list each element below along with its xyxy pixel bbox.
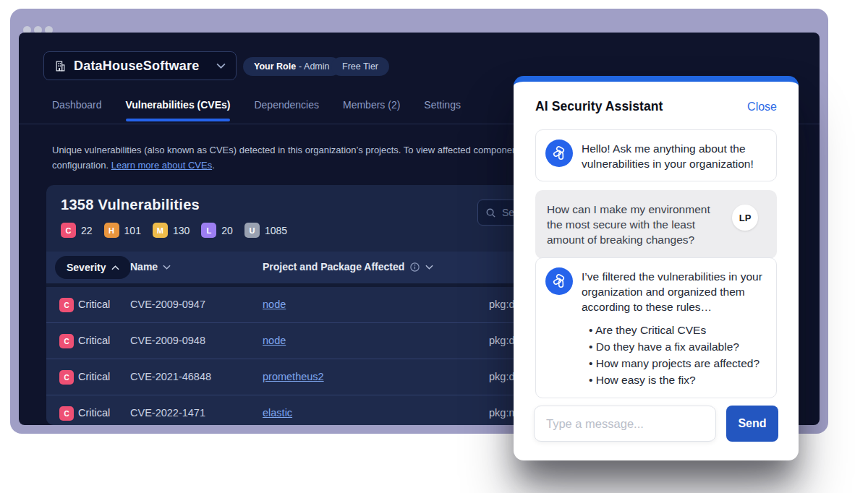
column-header-severity[interactable]: Severity (55, 256, 131, 279)
assistant-logo-icon (551, 145, 567, 161)
severity-summary-medium: M 130 (153, 223, 190, 238)
cve-cell: CVE-2009-0948 (130, 335, 205, 346)
role-value: - Admin (299, 61, 329, 72)
tab-dashboard[interactable]: Dashboard (52, 99, 102, 121)
ai-assistant-title: AI Security Assistant (535, 99, 663, 114)
severity-cell: Critical (78, 335, 110, 346)
tab-bar: Dashboard Vulnerabilities (CVEs) Depende… (52, 99, 461, 121)
description-line1: Unique vulnerabilities (also known as CV… (52, 142, 515, 158)
severity-summary-high: H 101 (104, 223, 141, 238)
bot-avatar (545, 140, 573, 167)
severity-badge-high: H (104, 223, 119, 238)
severity-cell: Critical (78, 371, 110, 382)
role-label: Your Role (254, 61, 296, 72)
user-message-text: How can I make my environment the most s… (547, 202, 722, 247)
building-icon (54, 60, 67, 72)
description-line2: configuration. (52, 160, 111, 171)
role-badge: Your Role - Admin (243, 57, 341, 76)
cve-cell: CVE-2022-1471 (130, 407, 205, 419)
bullet-item: How easy is the fix? (582, 372, 767, 388)
bot-avatar (545, 267, 573, 295)
bot-message-bullets: Are they Critical CVEs Do they have a fi… (582, 322, 767, 388)
send-button[interactable]: Send (726, 406, 778, 442)
severity-badge-unknown: U (244, 223, 260, 238)
assistant-logo-icon (551, 273, 567, 289)
tier-badge: Free Tier (331, 57, 389, 76)
bot-message: Hello! Ask me anything about the vulnera… (535, 129, 777, 181)
severity-cell: Critical (78, 407, 110, 419)
info-icon[interactable] (409, 262, 420, 273)
message-input[interactable] (534, 406, 716, 442)
severity-summary-unknown: U 1085 (244, 223, 287, 238)
tab-settings[interactable]: Settings (424, 99, 461, 121)
user-message: How can I make my environment the most s… (535, 190, 777, 259)
bullet-item: Do they have a fix available? (582, 338, 767, 355)
bot-message: I’ve filtered the vulnerabilities in you… (535, 257, 777, 398)
tab-vulnerabilities[interactable]: Vulnerabilities (CVEs) (126, 99, 231, 121)
cve-cell: CVE-2021-46848 (130, 371, 211, 382)
bullet-item: How many projects are affected? (582, 355, 767, 372)
bot-message-text: Hello! Ask me anything about the vulnera… (582, 140, 767, 171)
package-cell: pkg:d (489, 299, 514, 310)
chevron-up-icon (111, 265, 119, 270)
vulnerabilities-count-title: 1358 Vulnerabilities (61, 197, 200, 213)
org-name: DataHouseSoftware (74, 59, 199, 74)
severity-badge-critical: C (59, 370, 74, 385)
bot-message-text: I’ve filtered the vulnerabilities in you… (582, 267, 767, 314)
severity-summary: C 22 H 101 M 130 L 20 (61, 223, 287, 238)
chevron-down-icon (425, 265, 433, 270)
chevron-down-icon (163, 265, 171, 270)
severity-cell: Critical (78, 299, 110, 310)
severity-badge-medium: M (153, 223, 168, 238)
column-header-name[interactable]: Name (130, 261, 171, 273)
project-link[interactable]: node (263, 299, 286, 310)
project-link[interactable]: prometheus2 (263, 371, 324, 382)
user-avatar: LP (732, 205, 758, 231)
severity-summary-critical: C 22 (61, 223, 93, 238)
package-cell: pkg:d (489, 335, 514, 346)
search-icon (485, 207, 496, 218)
severity-badge-critical: C (59, 298, 74, 312)
project-link[interactable]: node (263, 335, 286, 346)
screenshot-stage: DataHouseSoftware Your Role - Admin Free… (0, 0, 868, 493)
severity-badge-critical: C (61, 223, 76, 238)
severity-summary-low: L 20 (201, 223, 233, 238)
severity-badge-low: L (201, 223, 216, 238)
severity-badge-critical: C (59, 406, 74, 421)
severity-badge-critical: C (59, 334, 74, 348)
cve-cell: CVE-2009-0947 (130, 299, 205, 310)
ai-assistant-header: AI Security Assistant Close (535, 99, 777, 114)
close-button[interactable]: Close (747, 100, 777, 113)
org-selector[interactable]: DataHouseSoftware (43, 51, 237, 80)
bullet-item: Are they Critical CVEs (582, 322, 767, 338)
chevron-down-icon (216, 63, 226, 69)
project-link[interactable]: elastic (263, 407, 292, 419)
learn-more-link[interactable]: Learn more about CVEs (111, 160, 212, 171)
tab-members[interactable]: Members (2) (343, 99, 400, 121)
tab-dependencies[interactable]: Dependencies (254, 99, 319, 121)
package-cell: pkg:d (489, 371, 514, 382)
ai-assistant-panel: AI Security Assistant Close Hello! Ask m… (514, 76, 799, 460)
page-description: Unique vulnerabilities (also known as CV… (52, 142, 515, 173)
column-header-project[interactable]: Project and Package Affected (263, 261, 433, 273)
